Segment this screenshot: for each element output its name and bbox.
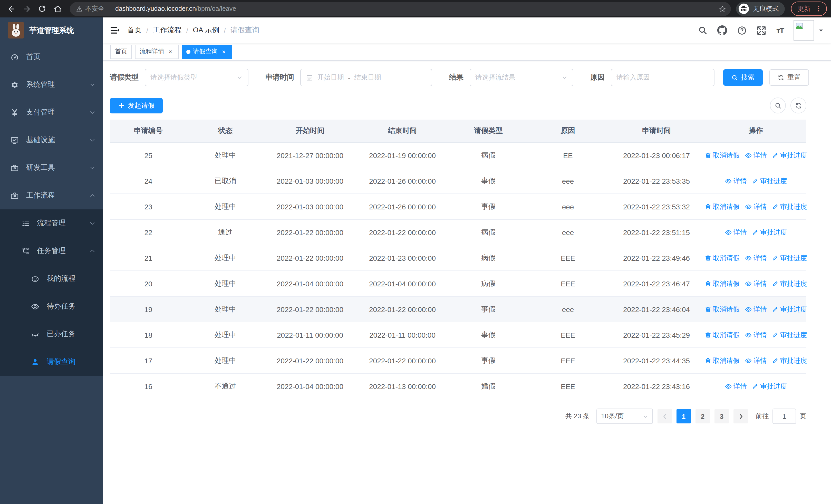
font-size-icon[interactable]: ᴛT xyxy=(776,26,784,35)
help-icon[interactable] xyxy=(737,25,747,35)
cell-开始时间: 2022-01-03 00:00:00 xyxy=(264,168,356,194)
search-button[interactable]: 搜索 xyxy=(723,69,763,86)
approval-progress-link[interactable]: 审批进度 xyxy=(772,279,807,288)
goto-page-input[interactable]: 1 xyxy=(773,409,796,424)
create-leave-button[interactable]: 发起请假 xyxy=(110,98,163,113)
browser-menu-dots-icon[interactable] xyxy=(815,5,822,12)
chevron-down-icon xyxy=(89,137,95,143)
approval-progress-link[interactable]: 审批进度 xyxy=(752,382,787,391)
detail-link[interactable]: 详情 xyxy=(745,356,767,365)
avatar[interactable] xyxy=(794,20,814,40)
refresh-table-button[interactable] xyxy=(791,97,806,113)
approval-progress-link[interactable]: 审批进度 xyxy=(772,253,807,263)
sidebar-item-首页[interactable]: 首页 xyxy=(0,43,103,71)
cell-请假类型: 事假 xyxy=(449,296,528,322)
header-search-icon[interactable] xyxy=(698,26,708,35)
close-tag-icon[interactable]: × xyxy=(167,48,174,55)
cancel-leave-link[interactable]: 取消请假 xyxy=(705,356,740,365)
browser-back-icon[interactable] xyxy=(4,2,19,16)
browser-forward-icon[interactable] xyxy=(20,2,34,16)
approval-progress-link[interactable]: 审批进度 xyxy=(772,151,807,160)
browser-update-button[interactable]: 更新 xyxy=(791,2,827,16)
breadcrumb-item-工作流程[interactable]: 工作流程 xyxy=(153,26,182,35)
detail-link[interactable]: 详情 xyxy=(745,279,767,288)
reason-input[interactable]: 请输入原因 xyxy=(611,69,715,86)
broken-image-icon xyxy=(796,22,803,30)
breadcrumb-item-OA 示例[interactable]: OA 示例 xyxy=(193,26,220,35)
leave-type-select[interactable]: 请选择请假类型 xyxy=(145,69,249,86)
detail-link[interactable]: 详情 xyxy=(725,176,747,185)
page-button-1[interactable]: 1 xyxy=(677,409,691,423)
cell-操作: 取消请假详情审批进度 xyxy=(705,348,806,374)
sidebar-item-待办任务[interactable]: 待办任务 xyxy=(0,293,103,320)
page-size-select[interactable]: 10条/页 xyxy=(596,409,653,424)
plus-icon xyxy=(118,102,125,109)
sidebar-item-系统管理[interactable]: 系统管理 xyxy=(0,71,103,98)
toggle-search-button[interactable] xyxy=(770,97,786,113)
detail-link[interactable]: 详情 xyxy=(745,253,767,263)
cancel-leave-link[interactable]: 取消请假 xyxy=(705,151,740,160)
cell-申请编号: 21 xyxy=(110,245,187,271)
cell-结束时间: 2022-01-04 00:00:00 xyxy=(356,271,449,296)
sidebar-item-支付管理[interactable]: 支付管理 xyxy=(0,98,103,126)
approval-progress-link[interactable]: 审批进度 xyxy=(752,228,787,237)
security-warning[interactable]: 不安全 xyxy=(76,4,105,13)
apply-time-range-picker[interactable]: 开始日期 - 结束日期 xyxy=(300,69,432,86)
close-tag-icon[interactable]: × xyxy=(220,48,227,55)
tag-首页[interactable]: 首页 xyxy=(110,45,132,59)
page-button-3[interactable]: 3 xyxy=(715,409,729,423)
sidebar-item-研发工具[interactable]: 研发工具 xyxy=(0,154,103,182)
approval-progress-link[interactable]: 审批进度 xyxy=(772,330,807,339)
address-bar[interactable]: 不安全 dashboard.yudao.iocoder.cn/bpm/oa/le… xyxy=(70,2,731,16)
sidebar-collapse-icon[interactable] xyxy=(103,25,127,35)
cancel-leave-link-label: 取消请假 xyxy=(713,305,740,314)
chevron-down-icon xyxy=(642,413,648,419)
browser-reload-icon[interactable] xyxy=(35,2,49,16)
cancel-leave-link[interactable]: 取消请假 xyxy=(705,305,740,314)
bookmark-star-icon[interactable] xyxy=(716,2,729,16)
fullscreen-icon[interactable] xyxy=(757,25,767,35)
detail-link[interactable]: 详情 xyxy=(725,382,747,391)
flow-icon xyxy=(22,247,30,255)
sidebar-item-请假查询[interactable]: 请假查询 xyxy=(0,348,103,376)
detail-link[interactable]: 详情 xyxy=(745,202,767,211)
sidebar-item-任务管理[interactable]: 任务管理 xyxy=(0,237,103,265)
tag-流程详情[interactable]: 流程详情× xyxy=(135,45,179,59)
cancel-leave-link[interactable]: 取消请假 xyxy=(705,330,740,339)
cancel-leave-link[interactable]: 取消请假 xyxy=(705,253,740,263)
breadcrumb-item-首页[interactable]: 首页 xyxy=(127,26,142,35)
sidebar-item-基础设施[interactable]: 基础设施 xyxy=(0,126,103,154)
detail-link[interactable]: 详情 xyxy=(745,151,767,160)
sidebar-item-工作流程[interactable]: 工作流程 xyxy=(0,182,103,209)
detail-link[interactable]: 详情 xyxy=(745,305,767,314)
approval-progress-link[interactable]: 审批进度 xyxy=(772,356,807,365)
browser-home-icon[interactable] xyxy=(50,2,65,16)
sidebar-item-我的流程[interactable]: 我的流程 xyxy=(0,265,103,293)
detail-link-label: 详情 xyxy=(753,253,767,263)
column-header-请假类型: 请假类型 xyxy=(449,120,528,142)
detail-link[interactable]: 详情 xyxy=(745,330,767,339)
eye-icon xyxy=(745,331,752,338)
sidebar-item-已办任务[interactable]: 已办任务 xyxy=(0,320,103,348)
reset-button[interactable]: 重置 xyxy=(769,69,809,86)
detail-link[interactable]: 详情 xyxy=(725,228,747,237)
tags-view: 首页流程详情×请假查询× xyxy=(103,43,831,61)
sidebar-item-label: 首页 xyxy=(26,52,95,62)
page-button-2[interactable]: 2 xyxy=(695,409,710,423)
cancel-leave-link[interactable]: 取消请假 xyxy=(705,202,740,211)
github-icon[interactable] xyxy=(717,25,727,35)
tag-请假查询[interactable]: 请假查询× xyxy=(182,45,232,59)
sidebar-item-流程管理[interactable]: 流程管理 xyxy=(0,209,103,237)
gear-icon xyxy=(10,80,19,89)
next-page-button[interactable] xyxy=(734,409,748,423)
approval-progress-link[interactable]: 审批进度 xyxy=(772,305,807,314)
approval-progress-link[interactable]: 审批进度 xyxy=(752,176,787,185)
result-select[interactable]: 请选择流结果 xyxy=(470,69,573,86)
app-logo-row[interactable]: 芋道管理系统 xyxy=(0,18,103,43)
cell-状态: 处理中 xyxy=(187,271,264,296)
approval-progress-link[interactable]: 审批进度 xyxy=(772,202,807,211)
user-menu[interactable] xyxy=(794,20,824,40)
breadcrumb-item-请假查询: 请假查询 xyxy=(230,26,259,35)
cancel-leave-link[interactable]: 取消请假 xyxy=(705,279,740,288)
prev-page-button[interactable] xyxy=(658,409,672,423)
